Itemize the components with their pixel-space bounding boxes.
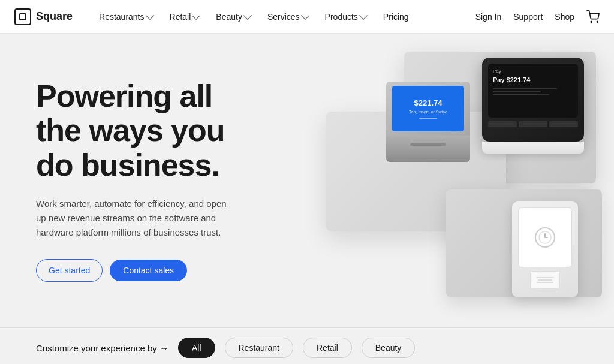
shop-link[interactable]: Shop xyxy=(555,12,574,22)
reader-receipt xyxy=(530,271,560,289)
contact-sales-button[interactable]: Contact sales xyxy=(110,260,187,281)
svg-point-1 xyxy=(597,21,598,22)
pos-divider xyxy=(419,118,437,119)
pos-stand-device: $221.74 Tap, Insert, or Swipe xyxy=(386,82,470,162)
chevron-down-icon xyxy=(301,11,309,20)
nav-label-pricing: Pricing xyxy=(383,12,409,22)
chevron-down-icon xyxy=(145,11,154,20)
reader-clock-icon xyxy=(534,227,556,248)
pos-amount: $221.74 xyxy=(414,98,443,108)
nav-item-restaurants[interactable]: Restaurants xyxy=(92,7,159,26)
navigation: Square Restaurants Retail Beauty Service… xyxy=(0,0,614,34)
terminal-pay-label: Pay xyxy=(493,68,573,74)
terminal-base xyxy=(482,142,584,154)
logo-icon xyxy=(14,8,31,25)
hero-title: Powering all the ways you do business. xyxy=(36,79,252,182)
logo-text: Square xyxy=(36,10,73,23)
nav-label-products: Products xyxy=(325,12,358,22)
hero-content: Powering all the ways you do business. W… xyxy=(0,43,252,318)
pos-subtitle: Tap, Insert, or Swipe xyxy=(409,110,447,114)
customize-bar: Customize your experience by → All Resta… xyxy=(0,327,614,364)
stand-neck-bar xyxy=(410,143,446,146)
terminal-device: Pay Pay $221.74 xyxy=(482,58,584,154)
reader-device xyxy=(512,201,578,297)
nav-item-pricing[interactable]: Pricing xyxy=(376,7,416,26)
terminal-amount: Pay $221.74 xyxy=(493,76,573,83)
hero-buttons: Get started Contact sales xyxy=(36,259,252,282)
chevron-down-icon xyxy=(243,11,252,20)
devices-scene: $221.74 Tap, Insert, or Swipe xyxy=(233,34,614,327)
customize-label: Customize your experience by → xyxy=(36,343,168,353)
nav-links: Restaurants Retail Beauty Services Produ… xyxy=(92,7,475,26)
hero-description: Work smarter, automate for efficiency, a… xyxy=(36,197,228,240)
nav-item-beauty[interactable]: Beauty xyxy=(209,7,258,26)
support-link[interactable]: Support xyxy=(513,12,543,22)
filter-all-button[interactable]: All xyxy=(178,338,215,358)
hero-section: Powering all the ways you do business. W… xyxy=(0,34,614,327)
filter-beauty-button[interactable]: Beauty xyxy=(362,338,416,358)
nav-right: Sign In Support Shop xyxy=(475,10,600,23)
chevron-down-icon xyxy=(359,11,368,20)
pos-screen: $221.74 Tap, Insert, or Swipe xyxy=(392,86,464,131)
svg-point-0 xyxy=(591,21,592,22)
nav-label-retail: Retail xyxy=(170,12,191,22)
nav-label-restaurants: Restaurants xyxy=(99,12,144,22)
stand-base-foot xyxy=(386,154,470,162)
filter-restaurant-button[interactable]: Restaurant xyxy=(225,338,293,358)
terminal-screen: Pay Pay $221.74 xyxy=(488,64,578,118)
logo-inner-icon xyxy=(19,13,26,20)
sign-in-link[interactable]: Sign In xyxy=(475,12,502,22)
chevron-down-icon xyxy=(192,11,200,20)
terminal-keypad xyxy=(488,121,578,127)
stand-neck xyxy=(386,136,470,154)
nav-item-services[interactable]: Services xyxy=(260,7,315,26)
nav-label-beauty: Beauty xyxy=(216,12,242,22)
get-started-button[interactable]: Get started xyxy=(36,259,103,282)
logo-link[interactable]: Square xyxy=(14,8,73,25)
terminal-lines xyxy=(493,88,573,95)
nav-label-services: Services xyxy=(267,12,300,22)
nav-item-retail[interactable]: Retail xyxy=(162,7,207,26)
cart-icon[interactable] xyxy=(586,10,600,23)
reader-screen xyxy=(518,207,572,267)
filter-retail-button[interactable]: Retail xyxy=(303,338,352,358)
hero-image-area: $221.74 Tap, Insert, or Swipe xyxy=(233,34,614,327)
nav-item-products[interactable]: Products xyxy=(318,7,374,26)
